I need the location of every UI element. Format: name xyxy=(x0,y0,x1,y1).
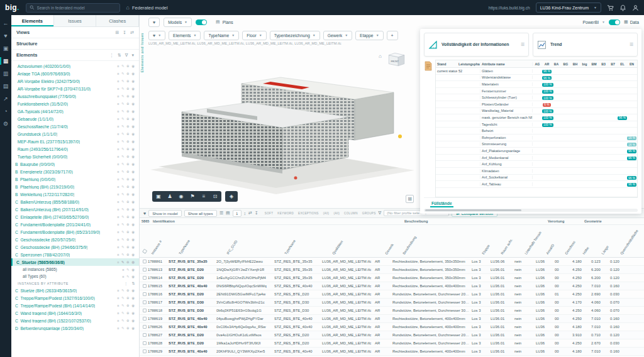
row-action-icons[interactable]: ≡ ✎ ⊕ ◉ xyxy=(117,260,135,264)
chevron-down-icon[interactable]: ▾ xyxy=(131,53,134,58)
filter-icon[interactable]: ∇ xyxy=(125,53,128,58)
element-type-item[interactable]: _Tuertyp Sicherheit (0/0/0/0)≡ ✎ ⊕ ◉ xyxy=(11,153,139,160)
grid-icon[interactable]: ⊞ xyxy=(115,30,119,35)
column-header[interactable]: IFC_GUID xyxy=(226,225,284,257)
elements-icon[interactable]: ▦ xyxy=(0,58,11,64)
row-action-icons[interactable]: ≡ ✎ ⊕ ◉ xyxy=(117,155,135,158)
show-in-model-button[interactable]: Show in model xyxy=(148,210,182,217)
attribute-row[interactable]: Stromsteuerung16 % xyxy=(436,141,637,148)
table-row[interactable]: 1788617STZ_RUS_BTE_D303VnCd6c8r4GOTWs3bf… xyxy=(140,299,644,307)
element-type-item[interactable]: C_Balken/Unterzug (BH) (207/114/91/0)≡ ✎… xyxy=(11,206,139,213)
show-all-types-button[interactable]: Show all types xyxy=(184,210,217,217)
attribute-row[interactable]: Klimadaten xyxy=(436,168,637,175)
more-icon[interactable]: ⋮ xyxy=(109,53,114,58)
element-type-item[interactable]: C_Stuetze (BH) (2633/45/3615/0)≡ ✎ ⊕ ◉ xyxy=(11,287,139,294)
layers-icon[interactable]: ≡ xyxy=(199,192,209,200)
table-row[interactable]: 1788616STZ_RUS_BTE_D202ENt91DWG5GwIMFu17… xyxy=(140,290,644,299)
views-section[interactable]: Views ⊞↧⇄ xyxy=(11,27,139,38)
components-icon[interactable]: ▣ xyxy=(0,45,11,52)
row-action-icons[interactable]: ≡ ✎ ⊕ ◉ xyxy=(117,117,135,121)
export-icon[interactable]: ↧ xyxy=(255,211,258,216)
attribute-row[interactable]: Pfosten/Geländer6 % xyxy=(436,101,637,108)
scrollbar-thumb[interactable] xyxy=(425,209,521,211)
tab-fuellstaende[interactable]: Füllstände xyxy=(430,201,453,207)
powerbi-select[interactable]: PowerBI▼ xyxy=(582,20,605,25)
more-icon[interactable]: ⋮ xyxy=(124,281,128,285)
column-header[interactable]: Höhe xyxy=(582,225,601,257)
row-action-icons[interactable]: ≡ ✎ ⊕ ◉ xyxy=(117,170,135,173)
filter-typename-dropdown[interactable]: TypeName▼ xyxy=(204,31,239,40)
federated-model-switch[interactable]: ⌂ Federated model xyxy=(126,4,168,11)
element-type-item[interactable]: C_Wand tragend (BH) (1644/16/3/0)≡ ✎ ⊕ ◉ xyxy=(11,309,139,317)
selected-type-child[interactable]: all instances (5865)≡ ✎ ◉ xyxy=(11,266,139,273)
column-header[interactable]: Etappe xyxy=(482,225,501,257)
column-header[interactable]: Instance # xyxy=(151,225,179,257)
user-avatar-icon[interactable] xyxy=(632,4,639,11)
column-header[interactable]: Länge xyxy=(601,225,620,257)
element-type-item[interactable]: B_Energienetz (3023/26/717/0)≡ ✎ ⊕ ◉ xyxy=(11,168,139,175)
row-action-icons[interactable]: ≡ ✎ ⊕ ◉ xyxy=(117,253,135,256)
column-header[interactable]: TypeName xyxy=(284,225,332,257)
tab-issues[interactable]: Issues xyxy=(54,15,97,26)
filter-mode-label[interactable]: GROUPS xyxy=(362,212,376,215)
models-dropdown[interactable]: Models▼ xyxy=(164,18,192,27)
card-menu-icon[interactable]: ☰ xyxy=(630,42,633,47)
attribute-row[interactable]: Rohrperforation16 % xyxy=(436,135,637,141)
table-row[interactable]: 1788613STZ_RUS_BTE_D201NQDwXjGRYJwZYXenj… xyxy=(140,266,644,274)
column-header[interactable]: TypeName xyxy=(179,225,226,257)
filter-floor-dropdown[interactable]: Floor▼ xyxy=(242,31,266,40)
sort-icon[interactable]: ⇅ xyxy=(131,281,135,285)
row-action-icons[interactable]: ≡ ✎ ⊕ ◉ xyxy=(117,147,135,151)
filter-mode-label[interactable]: (All) xyxy=(323,212,330,215)
row-action-icons[interactable]: ≡ ✎ ⊕ ◉ xyxy=(117,319,135,322)
table-row[interactable]: 1788615STZ_RUS_BTE_40x400NiS6RBbpNQqvIOq… xyxy=(140,282,644,290)
element-type-item[interactable]: _Raum (2493/256/117964/0)≡ ✎ ⊕ ◉ xyxy=(11,145,139,153)
expand-rows-icon[interactable]: ↕ xyxy=(244,211,247,216)
element-type-item[interactable]: B_Pfaehlung (0/0/0/0)≡ ✎ ⊕ ◉ xyxy=(11,175,139,183)
row-action-icons[interactable]: ≡ ✎ ⊕ ◉ xyxy=(117,162,135,166)
element-type-item[interactable]: B_Pfaehlung (BH) (219/219/0/0)≡ ✎ ⊕ ◉ xyxy=(11,183,139,190)
row-action-icons[interactable]: ≡ ✎ ⊕ ◉ xyxy=(117,215,135,219)
swap-icon[interactable]: ⇄ xyxy=(130,30,134,35)
element-type-item[interactable]: C_Fundament/Bodenplatte (201/24/41/0)≡ ✎… xyxy=(11,221,139,228)
filter-typenbezeichnung-dropdown[interactable]: Typenbezeichnung▼ xyxy=(270,31,320,40)
element-type-item[interactable]: B_Baugrube (0/0/0/0)≡ ✎ ⊕ ◉ xyxy=(11,160,139,168)
element-type-item[interactable]: _Anlage TGA (600/976/693/0)≡ ✎ ⊕ ◉ xyxy=(11,70,139,77)
walk-mode-icon[interactable]: ♟ xyxy=(165,192,175,200)
row-action-icons[interactable]: ≡ ✎ ⊕ ◉ xyxy=(117,288,135,292)
card-menu-icon[interactable]: ☰ xyxy=(521,42,525,47)
attribute-row[interactable]: Anf_Plakatierungsanlage96 % xyxy=(436,148,637,155)
navigation-cube[interactable]: FRONT xyxy=(386,48,406,69)
element-type-item-selected[interactable]: C_Stuetze (5865/66/36/8)≡ ✎ ⊕ ◉ xyxy=(11,258,139,266)
row-action-icons[interactable]: ≡ ✎ ◉ xyxy=(122,268,135,272)
row-action-icons[interactable]: ≡ ✎ ⊕ ◉ xyxy=(117,207,135,211)
row-action-icons[interactable]: ≡ ✎ ⊕ ◉ xyxy=(117,79,135,83)
filter-mode-label[interactable]: (All) xyxy=(333,212,340,215)
element-type-item[interactable]: C_Geschossdecke (620/57/25/0)≡ ✎ ⊕ ◉ xyxy=(11,236,139,243)
row-action-icons[interactable]: ≡ ✎ ⊕ ◉ xyxy=(117,102,135,106)
powerbi-toggle[interactable] xyxy=(609,19,620,25)
favorites-pill[interactable]: ♥ xyxy=(148,18,160,27)
table-row[interactable]: 1788629STZ_RUS_BTE_40x4020KhF9ULI_QY3WKX… xyxy=(140,348,644,356)
table-row[interactable]: 1788627STZ_RUS_BTE_D200va4o1IGHOuK1dLvtM… xyxy=(140,331,644,339)
column-header[interactable]: Qualitäten xyxy=(332,225,385,257)
element-type-item[interactable]: C_Treppe/Rampe/Podest (BH) (14/14/14/0)≡… xyxy=(11,302,139,309)
views-icon[interactable]: ▥ xyxy=(0,70,11,77)
table-row[interactable]: 1788626STZ_RUS_BTE_40x400xC06s3AHp6Qe0qp… xyxy=(140,323,644,331)
row-action-icons[interactable]: ≡ ✎ ⊕ ◉ xyxy=(117,200,135,204)
filter-elements-dropdown[interactable]: Elements▼ xyxy=(169,31,201,40)
elements-section-header[interactable]: Elements ⋮⇅∇▾ xyxy=(11,50,139,61)
attribute-row[interactable]: Fensternummer100 % xyxy=(436,88,637,95)
filter-mode-label[interactable]: COLUMN xyxy=(344,212,358,215)
row-action-icons[interactable]: ≡ ✎ ⊕ ◉ xyxy=(117,72,135,75)
attribute-row[interactable]: Anf_Tableau96 % xyxy=(436,181,637,188)
element-type-item[interactable]: C_Sperrzonen (788/42/207/0)≡ ✎ ⊕ ◉ xyxy=(11,251,139,258)
element-type-item[interactable]: C_Wand tragend (BH) (1522/107/2537/0)≡ ✎… xyxy=(11,317,139,324)
table-row[interactable]: 1788628STZ_RUS_BTE_D201Mka1aJoHDHvr9T3fU… xyxy=(140,339,644,348)
models-toggle[interactable] xyxy=(196,19,207,25)
attribute-row[interactable]: Wandbelag_Material100 % xyxy=(436,108,637,115)
help-icon[interactable]: ◔ xyxy=(0,108,11,114)
back-icon[interactable]: ← xyxy=(0,20,11,26)
row-action-icons[interactable]: ≡ ✎ ⊕ ◉ xyxy=(117,64,135,68)
row-action-icons[interactable]: ≡ ✎ ⊕ ◉ xyxy=(117,87,135,91)
